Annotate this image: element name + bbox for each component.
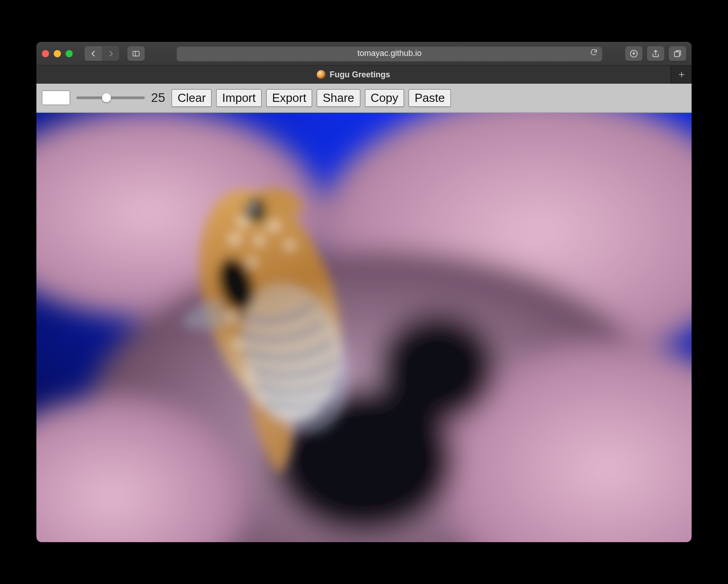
share-app-button[interactable]: Share bbox=[317, 89, 360, 107]
reload-button[interactable] bbox=[590, 48, 598, 59]
tabs-overview-button[interactable] bbox=[669, 46, 686, 61]
tabs-icon bbox=[673, 49, 682, 58]
color-picker[interactable] bbox=[42, 91, 70, 105]
window-close-button[interactable] bbox=[42, 50, 49, 57]
nav-back-forward-group bbox=[85, 46, 119, 61]
fugu-favicon-icon bbox=[317, 70, 326, 79]
address-bar[interactable]: tomayac.github.io bbox=[177, 46, 602, 61]
downloads-button[interactable] bbox=[625, 46, 642, 61]
download-icon bbox=[629, 49, 638, 58]
canvas-image bbox=[36, 113, 692, 542]
brush-size-slider[interactable] bbox=[76, 96, 145, 99]
plus-icon bbox=[677, 70, 686, 79]
copy-button[interactable]: Copy bbox=[365, 89, 404, 107]
tab-fugu-greetings[interactable]: Fugu Greetings bbox=[36, 65, 671, 84]
tab-title: Fugu Greetings bbox=[329, 70, 390, 80]
forward-button[interactable] bbox=[102, 46, 119, 61]
paste-button[interactable]: Paste bbox=[409, 89, 451, 107]
back-button[interactable] bbox=[85, 46, 102, 61]
share-icon bbox=[651, 49, 660, 58]
share-button[interactable] bbox=[647, 46, 664, 61]
chevron-right-icon bbox=[107, 50, 115, 58]
window-minimize-button[interactable] bbox=[54, 50, 61, 57]
titlebar-right-group bbox=[625, 46, 686, 61]
slider-thumb[interactable] bbox=[102, 93, 111, 102]
chevron-left-icon bbox=[89, 50, 97, 58]
drawing-canvas[interactable] bbox=[36, 113, 692, 542]
import-button[interactable]: Import bbox=[216, 89, 262, 107]
reload-icon bbox=[590, 48, 598, 56]
svg-rect-0 bbox=[133, 51, 139, 56]
browser-window: tomayac.github.io Fugu Greetings bbox=[36, 42, 692, 542]
app-toolbar: 25 Clear Import Export Share Copy Paste bbox=[36, 84, 692, 113]
svg-point-10 bbox=[378, 314, 496, 423]
clear-button[interactable]: Clear bbox=[172, 89, 212, 107]
brush-size-value: 25 bbox=[151, 91, 165, 105]
sidebar-toggle-button[interactable] bbox=[127, 46, 145, 61]
url-text: tomayac.github.io bbox=[357, 49, 421, 58]
browser-titlebar: tomayac.github.io bbox=[36, 42, 692, 65]
window-controls bbox=[42, 50, 73, 57]
window-zoom-button[interactable] bbox=[66, 50, 73, 57]
sidebar-icon bbox=[132, 50, 140, 58]
export-button[interactable]: Export bbox=[266, 89, 312, 107]
new-tab-button[interactable] bbox=[671, 65, 692, 84]
svg-rect-3 bbox=[674, 51, 679, 56]
tab-strip: Fugu Greetings bbox=[36, 65, 692, 84]
